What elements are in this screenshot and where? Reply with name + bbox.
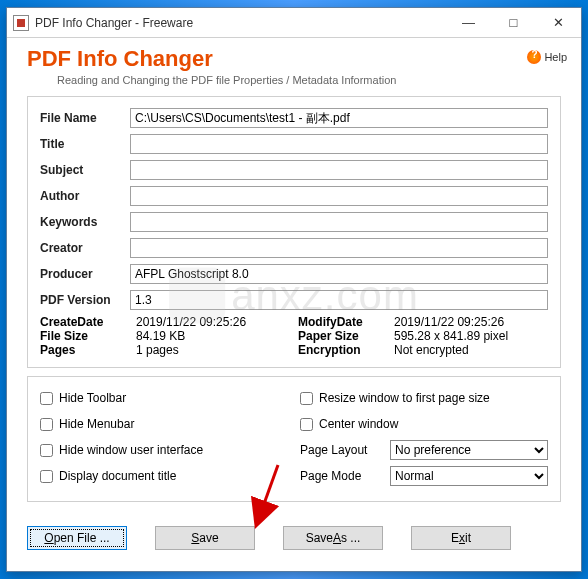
subject-field[interactable]: [130, 160, 548, 180]
hide-toolbar-label: Hide Toolbar: [59, 391, 126, 405]
close-button[interactable]: ✕: [536, 8, 581, 37]
papersize-value: 595.28 x 841.89 pixel: [388, 329, 548, 343]
resize-window-label: Resize window to first page size: [319, 391, 490, 405]
author-field[interactable]: [130, 186, 548, 206]
encryption-value: Not encrypted: [388, 343, 548, 357]
hide-ui-label: Hide window user interface: [59, 443, 203, 457]
creator-field[interactable]: [130, 238, 548, 258]
hide-toolbar-checkbox[interactable]: [40, 392, 53, 405]
header: PDF Info Changer Reading and Changing th…: [7, 38, 581, 90]
page-layout-label: Page Layout: [300, 443, 390, 457]
hide-menubar-label: Hide Menubar: [59, 417, 134, 431]
pages-value: 1 pages: [130, 343, 290, 357]
hide-menubar-row[interactable]: Hide Menubar: [40, 413, 288, 435]
help-icon: [527, 50, 541, 64]
title-field[interactable]: [130, 134, 548, 154]
pdfversion-field[interactable]: [130, 290, 548, 310]
exit-button[interactable]: Exit: [411, 526, 511, 550]
keywords-field[interactable]: [130, 212, 548, 232]
file-name-field[interactable]: [130, 108, 548, 128]
hide-menubar-checkbox[interactable]: [40, 418, 53, 431]
fields-group: File Name Title Subject Author Keywords …: [27, 96, 561, 368]
app-title: PDF Info Changer: [27, 46, 561, 72]
page-mode-label: Page Mode: [300, 469, 390, 483]
page-mode-select[interactable]: Normal: [390, 466, 548, 486]
creator-label: Creator: [40, 241, 130, 255]
file-name-label: File Name: [40, 111, 130, 125]
subject-label: Subject: [40, 163, 130, 177]
display-title-row[interactable]: Display document title: [40, 465, 288, 487]
papersize-label: Paper Size: [298, 329, 388, 343]
minimize-button[interactable]: —: [446, 8, 491, 37]
titlebar: PDF Info Changer - Freeware — □ ✕: [7, 8, 581, 38]
save-button[interactable]: Save: [155, 526, 255, 550]
page-layout-select[interactable]: No preference: [390, 440, 548, 460]
createdate-value: 2019/11/22 09:25:26: [130, 315, 290, 329]
author-label: Author: [40, 189, 130, 203]
hide-ui-row[interactable]: Hide window user interface: [40, 439, 288, 461]
resize-window-row[interactable]: Resize window to first page size: [300, 387, 548, 409]
options-group: Hide Toolbar Hide Menubar Hide window us…: [27, 376, 561, 502]
help-label: Help: [544, 51, 567, 63]
modifydate-value: 2019/11/22 09:25:26: [388, 315, 548, 329]
createdate-label: CreateDate: [40, 315, 130, 329]
filesize-label: File Size: [40, 329, 130, 343]
center-window-checkbox[interactable]: [300, 418, 313, 431]
app-icon: [13, 15, 29, 31]
filesize-value: 84.19 KB: [130, 329, 290, 343]
center-window-row[interactable]: Center window: [300, 413, 548, 435]
modifydate-label: ModifyDate: [298, 315, 388, 329]
window-title: PDF Info Changer - Freeware: [35, 16, 446, 30]
pages-label: Pages: [40, 343, 130, 357]
display-title-label: Display document title: [59, 469, 176, 483]
help-link[interactable]: Help: [527, 50, 567, 64]
hide-toolbar-row[interactable]: Hide Toolbar: [40, 387, 288, 409]
encryption-label: Encryption: [298, 343, 388, 357]
keywords-label: Keywords: [40, 215, 130, 229]
display-title-checkbox[interactable]: [40, 470, 53, 483]
title-label: Title: [40, 137, 130, 151]
button-row: Open File ... Save Save As ... Exit: [7, 520, 581, 560]
app-window: PDF Info Changer - Freeware — □ ✕ PDF In…: [6, 7, 582, 572]
maximize-button[interactable]: □: [491, 8, 536, 37]
center-window-label: Center window: [319, 417, 398, 431]
hide-ui-checkbox[interactable]: [40, 444, 53, 457]
content: File Name Title Subject Author Keywords …: [7, 90, 581, 520]
producer-field[interactable]: [130, 264, 548, 284]
open-file-button[interactable]: Open File ...: [27, 526, 127, 550]
save-as-button[interactable]: Save As ...: [283, 526, 383, 550]
app-subtitle: Reading and Changing the PDF file Proper…: [57, 74, 561, 86]
pdfversion-label: PDF Version: [40, 293, 130, 307]
resize-window-checkbox[interactable]: [300, 392, 313, 405]
producer-label: Producer: [40, 267, 130, 281]
